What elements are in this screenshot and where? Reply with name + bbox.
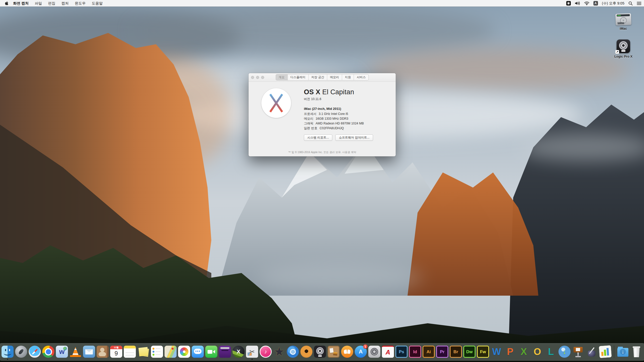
- dock-photos-icon[interactable]: [178, 346, 190, 358]
- running-indicator: [252, 359, 253, 360]
- apple-menu-icon[interactable]: [3, 1, 10, 6]
- osx-logo: [261, 88, 291, 118]
- dock-system-preferences-icon[interactable]: [368, 346, 380, 358]
- menu-item[interactable]: 파일: [32, 1, 45, 6]
- dock-ibooks-icon[interactable]: [341, 346, 353, 358]
- el-capitan-wallpaper: [0, 7, 644, 362]
- dock-premiere-icon[interactable]: Pr: [436, 346, 448, 358]
- dock-bridge-icon[interactable]: Br: [450, 346, 462, 358]
- spotlight-icon[interactable]: [628, 1, 633, 6]
- volume-icon[interactable]: [575, 1, 580, 5]
- dock-keynote-icon[interactable]: [572, 346, 584, 358]
- tab-서비스[interactable]: 서비스: [354, 74, 369, 80]
- system-report-button[interactable]: 시스템 리포트...: [304, 134, 332, 141]
- tab-저장 공간[interactable]: 저장 공간: [308, 74, 327, 80]
- dock-maps-icon[interactable]: [165, 346, 177, 358]
- logic-pro-label: Logic Pro X: [614, 55, 632, 58]
- dock-trash-icon[interactable]: [630, 346, 642, 358]
- dock-safari-icon[interactable]: [29, 346, 41, 358]
- alias-arrow-badge: ↗: [615, 50, 619, 54]
- menu-items: 파일편집캡처윈도우도움말: [32, 1, 106, 6]
- dock-grab-screen-capture-icon[interactable]: ✂: [246, 346, 258, 358]
- menu-bar: 화면 캡처 파일편집캡처윈도우도움말 A (수) 오후 9:05: [0, 0, 644, 7]
- desktop-icons: iMac ↗ Logic Pro X: [608, 14, 638, 58]
- tab-디스플레이[interactable]: 디스플레이: [287, 74, 308, 80]
- menu-clock[interactable]: (수) 오후 9:05: [602, 1, 624, 6]
- spec-row: 일련 번호C02FPA8UDHJQ: [304, 126, 392, 131]
- desktop: iMac ↗ Logic Pro X: [0, 7, 644, 362]
- dock-notes-icon[interactable]: [124, 346, 136, 358]
- calendar-month: 12월: [110, 346, 122, 349]
- tab-지원[interactable]: 지원: [342, 74, 354, 80]
- traffic-lights: [251, 76, 264, 79]
- about-tabs: 개요디스플레이저장 공간메모리지원서비스: [275, 74, 369, 80]
- dock-finder-icon[interactable]: [2, 346, 14, 358]
- menu-item[interactable]: 편집: [45, 1, 58, 6]
- menu-item[interactable]: 캡처: [58, 1, 72, 6]
- dock-fireworks-icon[interactable]: Fw: [477, 346, 489, 358]
- spec-list: 프로세서3.1 GHz Intel Core i5메모리16GB 1333 MH…: [304, 112, 392, 131]
- desktop-icon-hard-drive[interactable]: iMac: [608, 14, 638, 30]
- tab-메모리[interactable]: 메모리: [327, 74, 342, 80]
- spec-row: 프로세서3.1 GHz Intel Core i5: [304, 112, 392, 116]
- dock-photoshop-icon[interactable]: Ps: [395, 346, 408, 358]
- os-version: 버전 10.11.6: [304, 97, 392, 101]
- tab-개요[interactable]: 개요: [276, 74, 287, 80]
- software-update-button[interactable]: 소프트웨어 업데이트...: [335, 134, 373, 141]
- close-button[interactable]: [251, 76, 254, 79]
- dock-garageband-icon[interactable]: [300, 346, 312, 358]
- notification-badge: 1: [363, 344, 368, 349]
- dock-app-store-icon[interactable]: A1: [355, 346, 367, 358]
- dock-facetime-icon[interactable]: [205, 346, 217, 358]
- dock-messages-icon[interactable]: [192, 346, 204, 358]
- dock-logic-pro-icon[interactable]: [314, 346, 326, 358]
- dock-dvd-ripper-icon[interactable]: [287, 346, 299, 358]
- dock-reminders-icon[interactable]: [151, 346, 163, 358]
- dock-acrobat-reader-icon[interactable]: A: [382, 346, 394, 358]
- license-agreement-link[interactable]: 사용권 계약: [342, 151, 356, 154]
- input-source-icon[interactable]: A: [593, 1, 598, 6]
- dock-downloads-folder-icon[interactable]: ↓: [617, 346, 629, 358]
- dock-powerpoint-icon[interactable]: P: [504, 346, 516, 358]
- window-titlebar: 개요디스플레이저장 공간메모리지원서비스: [249, 73, 396, 82]
- dock-lync-icon[interactable]: L: [545, 346, 557, 358]
- dock-vlc-icon[interactable]: [69, 346, 82, 358]
- dock-excel-icon[interactable]: X: [518, 346, 530, 358]
- dock-indesign-icon[interactable]: Id: [409, 346, 421, 358]
- dock-mail-icon[interactable]: [83, 346, 95, 358]
- running-indicator: [7, 359, 8, 360]
- desktop-icon-logic-pro[interactable]: ↗ Logic Pro X: [608, 39, 638, 58]
- menu-app-name[interactable]: 화면 캡처: [10, 1, 32, 6]
- minimize-button[interactable]: [256, 76, 259, 79]
- dock-illustrator-icon[interactable]: Ai: [423, 346, 435, 358]
- menu-item[interactable]: 윈도우: [72, 1, 89, 6]
- mac-model: iMac (27-inch, Mid 2011): [304, 107, 392, 111]
- dock-outlook-icon[interactable]: O: [531, 346, 543, 358]
- menu-item[interactable]: 도움말: [89, 1, 106, 6]
- dock-xld-icon[interactable]: X: [232, 346, 245, 358]
- dock-pages-icon[interactable]: [586, 346, 598, 358]
- copyright-footer: ™ 및 © 1983-2016 Apple Inc. 모든 권리 보유. 사용권…: [249, 151, 396, 154]
- hard-drive-label: iMac: [620, 27, 627, 30]
- dock-web-downloader-icon[interactable]: ↓: [558, 346, 571, 358]
- dock-contacts-icon[interactable]: [97, 346, 109, 358]
- spec-row: 메모리16GB 1333 MHz DDR3: [304, 116, 392, 121]
- dock-toast-icon[interactable]: [219, 346, 231, 358]
- dock-numbers-icon[interactable]: [599, 346, 611, 358]
- dock-chrome-icon[interactable]: [42, 346, 54, 358]
- dock-calendar-icon[interactable]: 12월9: [110, 346, 122, 358]
- dock-launchpad-icon[interactable]: [15, 346, 27, 358]
- dock-webhard-icon[interactable]: w: [56, 346, 68, 358]
- dock-dreamweaver-icon[interactable]: Dw: [463, 346, 475, 358]
- dock-stickies-icon[interactable]: [137, 346, 149, 358]
- fan-status-icon[interactable]: [566, 1, 571, 6]
- dock-scrapbook-corkboard-icon[interactable]: [328, 346, 340, 358]
- spec-row: 그래픽AMD Radeon HD 6970M 1024 MB: [304, 121, 392, 126]
- dock-itunes-icon[interactable]: ♪: [260, 346, 272, 358]
- zoom-button[interactable]: [261, 76, 264, 79]
- dock-imovie-icon[interactable]: ★: [273, 346, 285, 358]
- dock-word-icon[interactable]: W: [491, 346, 503, 358]
- wifi-icon[interactable]: [584, 1, 589, 5]
- calendar-day: 9: [114, 349, 118, 358]
- notification-center-icon[interactable]: [637, 2, 641, 5]
